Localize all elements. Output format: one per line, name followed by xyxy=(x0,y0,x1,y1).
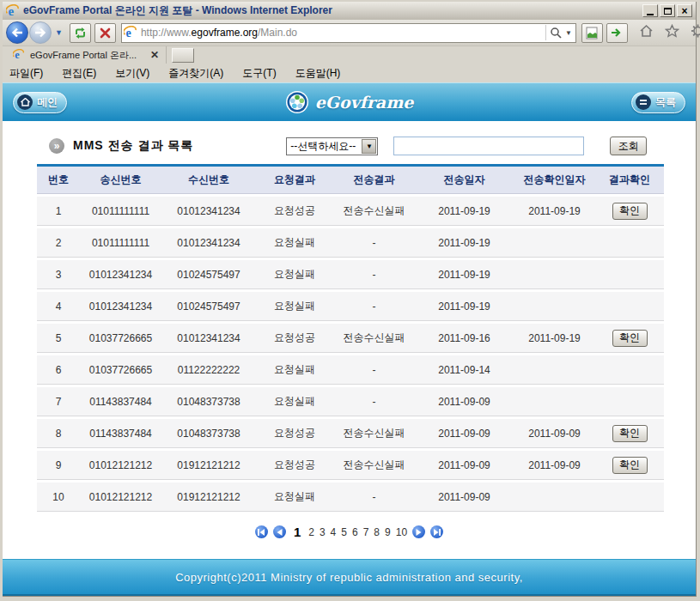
menu-item-5[interactable]: 도움말(H) xyxy=(295,66,341,81)
ie-icon: e xyxy=(13,49,25,61)
close-button[interactable]: × xyxy=(677,4,692,17)
table-row: 10101111111101012341234요청성공전송수신실패2011-09… xyxy=(37,197,664,226)
cell-receiver: 01048373738 xyxy=(161,428,256,440)
page-number[interactable]: 3 xyxy=(320,526,326,538)
compatibility-view-button[interactable] xyxy=(581,23,603,43)
cell-sender: 01011111111 xyxy=(80,205,161,217)
prev-page-button[interactable] xyxy=(273,525,286,538)
address-bar[interactable]: e http://www.egovframe.org/Main.do ▼ xyxy=(121,23,576,43)
cell-no: 5 xyxy=(37,332,80,344)
cell-sender: 01037726665 xyxy=(80,364,161,376)
table-row: 70114383748401048373738요청실패-2011-09-09 xyxy=(37,387,664,416)
cell-receiver: 01012341234 xyxy=(161,205,256,217)
copyright-text: Copyright(c)2011 Ministry of republic ad… xyxy=(175,571,523,584)
list-button[interactable]: 목록 xyxy=(631,92,685,113)
cell-send_result: - xyxy=(333,491,415,503)
cell-request_result: 요청성공 xyxy=(256,331,333,345)
cell-no: 8 xyxy=(37,428,80,440)
filter-select[interactable]: --선택하세요-- ▼ xyxy=(286,137,378,155)
page-number[interactable]: 9 xyxy=(385,526,391,538)
cell-sender: 01011111111 xyxy=(80,237,161,249)
page-number[interactable]: 8 xyxy=(374,526,380,538)
menu-item-4[interactable]: 도구(T) xyxy=(242,66,276,81)
confirm-button[interactable]: 확인 xyxy=(612,457,648,474)
menu-item-3[interactable]: 즐겨찾기(A) xyxy=(168,66,223,81)
cell-request_result: 요청성공 xyxy=(256,458,333,472)
browser-tab[interactable]: e eGovFrame Portal 온라... ✕ xyxy=(8,46,167,64)
cell-send_date: 2011-09-09 xyxy=(415,428,514,440)
page-number[interactable]: 5 xyxy=(341,526,347,538)
page-number[interactable]: 6 xyxy=(352,526,358,538)
column-header: 번호 xyxy=(37,173,80,187)
stop-button[interactable] xyxy=(94,23,116,43)
confirm-button[interactable]: 확인 xyxy=(612,203,648,220)
cell-receiver: 01024575497 xyxy=(161,300,256,313)
cell-no: 3 xyxy=(37,269,80,281)
cell-no: 7 xyxy=(37,396,80,408)
cell-receiver: 01122222222 xyxy=(161,364,256,376)
cell-sender: 01037726665 xyxy=(80,332,161,344)
page-number[interactable]: 4 xyxy=(331,526,337,538)
column-header: 수신번호 xyxy=(161,173,256,187)
back-button[interactable] xyxy=(6,21,28,44)
menu-item-2[interactable]: 보기(V) xyxy=(115,66,149,81)
cell-request_result: 요청성공 xyxy=(256,426,333,440)
menu-item-0[interactable]: 파일(F) xyxy=(9,66,43,81)
result-table: 번호송신번호수신번호요청결과전송결과전송일자전송확인일자결과확인 1010111… xyxy=(37,164,664,512)
search-icon[interactable] xyxy=(550,27,562,39)
table-row: 90101212121201912121212요청성공전송수신실패2011-09… xyxy=(37,451,664,480)
confirm-button[interactable]: 확인 xyxy=(612,425,648,442)
cell-no: 10 xyxy=(37,491,80,503)
page-number[interactable]: 7 xyxy=(363,526,369,538)
select-arrow-icon[interactable]: ▼ xyxy=(362,139,376,154)
cell-confirm: 확인 xyxy=(595,203,664,220)
history-dropdown-icon[interactable]: ▼ xyxy=(55,28,63,37)
home-icon[interactable] xyxy=(639,24,654,41)
confirm-button[interactable]: 확인 xyxy=(612,330,648,347)
cell-send_result: 전송수신실패 xyxy=(333,331,415,345)
next-page-button[interactable] xyxy=(412,525,425,538)
column-header: 요청결과 xyxy=(256,173,333,187)
column-header: 전송결과 xyxy=(333,173,415,187)
favorites-star-icon[interactable] xyxy=(665,24,679,41)
settings-gear-icon[interactable] xyxy=(691,24,700,41)
first-page-button[interactable] xyxy=(255,525,268,538)
table-row: 60103772666501122222222요청실패-2011-09-14 xyxy=(37,355,664,385)
page-number-current[interactable]: 1 xyxy=(294,525,301,539)
cell-confirm_date: 2011-09-09 xyxy=(514,459,595,471)
cell-sender: 01012121212 xyxy=(80,459,161,471)
tab-close-icon[interactable]: ✕ xyxy=(150,49,159,61)
query-button[interactable]: 조회 xyxy=(610,137,647,155)
cell-send_result: 전송수신실패 xyxy=(333,203,415,218)
minimize-button[interactable] xyxy=(642,4,658,17)
table-row: 30101234123401024575497요청실패-2011-09-19 xyxy=(37,260,664,289)
cell-receiver: 01024575497 xyxy=(161,269,256,281)
cell-receiver: 01912121212 xyxy=(161,459,256,471)
last-page-button[interactable] xyxy=(430,525,443,538)
maximize-button[interactable] xyxy=(660,4,675,17)
column-header: 전송일자 xyxy=(415,173,514,187)
page-number[interactable]: 2 xyxy=(308,526,314,538)
cell-send_date: 2011-09-09 xyxy=(415,396,514,408)
main-button[interactable]: 메인 xyxy=(13,92,67,113)
cell-send_result: - xyxy=(333,364,415,376)
refresh-button[interactable] xyxy=(70,23,91,43)
menu-item-1[interactable]: 편집(E) xyxy=(62,66,96,81)
cell-receiver: 01912121212 xyxy=(161,491,256,503)
forward-button[interactable] xyxy=(29,21,52,44)
cell-receiver: 01012341234 xyxy=(161,237,256,249)
search-input[interactable] xyxy=(393,137,584,155)
new-tab-button[interactable] xyxy=(172,48,194,63)
search-dropdown-icon[interactable]: ▼ xyxy=(565,29,572,37)
cell-request_result: 요청성공 xyxy=(256,203,333,218)
page-number[interactable]: 10 xyxy=(396,526,407,538)
column-header: 전송확인일자 xyxy=(514,173,595,187)
footer: Copyright(c)2011 Ministry of republic ad… xyxy=(3,559,696,596)
cell-send_result: - xyxy=(333,300,415,313)
go-button[interactable] xyxy=(606,23,628,43)
browser-window: e eGovFrame Portal 온라인 지원 포탈 - Windows I… xyxy=(3,2,697,597)
page-header: 메인 eGovframe 목록 xyxy=(3,82,696,121)
cell-send_date: 2011-09-16 xyxy=(415,332,514,344)
cell-request_result: 요청실패 xyxy=(256,362,333,377)
cell-send_date: 2011-09-19 xyxy=(415,237,514,249)
